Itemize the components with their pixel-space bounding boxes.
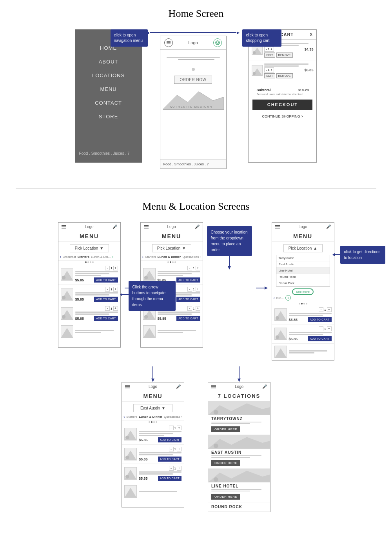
cart-item-1-edit[interactable]: EDIT [264,53,275,58]
cart-item-1-qty-row: - 1 + $4.35 [264,47,313,52]
arrow-to-phone-1 [120,291,129,299]
cart-item-2-qty[interactable]: - 1 + [264,67,274,72]
sp2-cat-starters[interactable]: Starters [145,255,156,259]
sp3-item-1-thumb [274,308,287,321]
sp4-item-4-thumb [124,485,137,498]
sp1-add-cart-2[interactable]: ADD TO CART [94,297,118,302]
cart-icon[interactable] [213,38,222,47]
sp4-category-tabs: ‹ Starters Lunch & Dinner Quesadillas › [122,415,184,420]
sp1-mic[interactable]: 🎤 [113,225,117,229]
nav-item-about[interactable]: ABOUT [75,55,142,69]
sp3-dd-item-2[interactable]: East Austin [276,261,330,268]
sp1-item-3-thumb [61,307,73,320]
order-now-button[interactable]: ORDER NOW [174,76,212,84]
sp1-cat-lunch[interactable]: Lunch & Din... [91,255,111,259]
sp3-dd-item-1[interactable]: Tarrytownz [276,255,330,261]
sp3-cat-prev[interactable]: ‹ [274,296,275,300]
sp4-item-1-thumb [124,428,137,440]
svg-point-44 [125,435,129,439]
nav-menu-icon[interactable] [164,38,173,47]
sp4-item-2-info: - 1 + $5.85 ADD TO CART [139,447,181,462]
cart-item-2-remove[interactable]: REMOVE [276,73,293,78]
menu-top-row: Logo 🎤 MENU Pick Location ▼ ‹ Breakfast … [0,218,392,364]
location-card-2: EAST AUSTIN ORDER HERE [208,435,270,469]
home-section: Home Screen X HOME ABOUT LOCATIONS MENU … [0,0,392,185]
sp1-add-cart-1[interactable]: ADD TO CART [94,277,118,283]
sp4-location-dropdown[interactable]: East Austin ▼ [133,404,172,412]
location-1-order-btn[interactable]: ORDER HERE [211,426,240,432]
sp1-cat-starters[interactable]: Starters [78,255,89,259]
nav-item-contact[interactable]: CONTACT [75,96,142,110]
nav-item-store[interactable]: STORE [75,110,142,123]
sp3-dd-item-3[interactable]: Line Hotel [276,268,330,274]
location-3-order-btn[interactable]: ORDER HERE [211,494,240,500]
sp2-cat-quesadillas[interactable]: Quesadillas › [182,255,201,259]
cart-close-button[interactable]: X [310,32,312,37]
sp4-add-cart-3[interactable]: ADD TO CART [158,476,181,481]
nav-item-locations[interactable]: LOCATIONS [75,69,142,82]
checkout-button[interactable]: CHECKOUT [252,100,312,110]
sp4-cat-prev[interactable]: ‹ [123,415,125,419]
sp2-location-dropdown[interactable]: Pick Location ▼ [152,244,191,252]
sp3-add-cart-2[interactable]: ADD TO CART [308,336,331,341]
sp2-add-cart-3[interactable]: ADD TO CART [176,316,200,321]
cart-item-2-qty-row: - 1 + $5.85 [264,67,313,72]
sp3-location-dropdown[interactable]: Pick Location ▲ [283,244,323,252]
h-arrow-2-3 [256,285,268,293]
sp2-item-1-qty: - 1 + [158,266,200,270]
menu-bottom-row: Logo 🎤 MENU East Austin ▼ ‹ Starters Lun… [0,364,392,520]
sp4-cat-lunch[interactable]: Lunch & Dinner [139,415,162,419]
cart-item-1-remove[interactable]: REMOVE [276,53,293,58]
sp2-add-cart-1[interactable]: ADD TO CART [176,277,200,283]
sp4-cat-starters[interactable]: Starters [126,415,137,419]
svg-point-37 [275,335,279,339]
sp3-dd-item-4[interactable]: Round Rock [276,274,330,280]
sp1-item-2-info: - 1 + $5.85 ADD TO CART [75,287,118,302]
loc-mic[interactable]: 🎤 [262,384,267,389]
hamburger-icon-4[interactable] [125,385,130,388]
sp4-mic[interactable]: 🎤 [176,384,181,389]
location-1-name: TARRYTOWNZ [211,417,267,421]
sp1-item-4-lines [73,329,118,334]
svg-point-57 [214,477,218,482]
sp3-item-1-info: - 1 + $5.85 ADD TO CART [289,307,332,322]
menu-section: Menu & Location Screens Logo 🎤 MENU Pick… [0,193,392,528]
sp3-dd-item-5[interactable]: Cedar Park [276,280,330,286]
hero-line-1 [167,57,220,58]
hamburger-icon-loc[interactable] [211,385,216,388]
sp2-mic[interactable]: 🎤 [195,225,200,229]
sp3-add-cart-1[interactable]: ADD TO CART [308,317,331,322]
sp3-mic[interactable]: 🎤 [326,225,331,229]
location-2-order-btn[interactable]: ORDER HERE [211,460,240,466]
top-arrow-row: click to open navigation menu ◄ ► click … [146,29,241,35]
sp1-cat-breakfast[interactable]: Breakfast [63,255,76,259]
sp4-item-3-lines [139,471,181,475]
sp1-item-4-partial [58,323,120,340]
sp4-item-3-thumb [124,467,137,480]
svg-point-46 [125,456,129,459]
sp4-add-cart-1[interactable]: ADD TO CART [158,437,181,442]
sp4-cat-quesadillas[interactable]: Quesadillas › [164,415,182,419]
cart-item-2-edit[interactable]: EDIT [264,73,275,78]
sp2-cat-prev[interactable]: ‹ [142,255,143,259]
sp1-add-cart-3[interactable]: ADD TO CART [94,316,118,321]
sp1-cat-prev[interactable]: ‹ [60,255,61,259]
continue-shopping-link[interactable]: CONTINUE SHOPPING > [249,113,316,120]
sp3-cat-br[interactable]: Bre... [276,296,284,300]
sp4-item-2-lines [139,452,181,455]
sp4-add-cart-2[interactable]: ADD TO CART [158,457,181,462]
sp2-add-cart-2[interactable]: ADD TO CART [176,297,200,302]
sp1-cat-next[interactable]: › [112,255,113,259]
sp1-location-dropdown[interactable]: Pick Location ▼ [70,244,109,252]
home-center-phone: Logo ORDER NOW AUTHENTIC [160,36,227,169]
sp2-cat-lunch[interactable]: Lunch & Dinner [158,255,181,259]
sp3-item-1: - 1 + $5.85 ADD TO CART [272,305,334,324]
nav-item-menu[interactable]: MENU [75,82,142,96]
cart-item-1-qty[interactable]: - 1 + [264,47,274,52]
svg-point-55 [214,444,218,448]
hamburger-icon-2[interactable] [144,225,149,228]
sp4-item-3-bottom: $5.85 ADD TO CART [139,476,181,481]
see-more-button[interactable]: See more [292,288,314,295]
hamburger-icon-3[interactable] [275,225,280,228]
hamburger-icon-1[interactable] [62,225,66,228]
